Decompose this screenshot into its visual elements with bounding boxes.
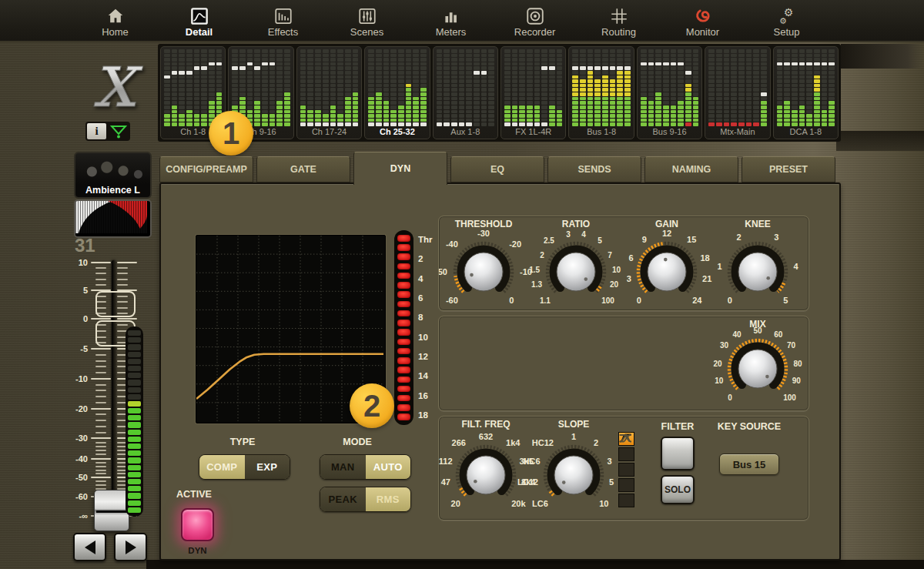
nav-item-meters[interactable]: Meters	[409, 3, 493, 38]
nav-item-effects[interactable]: Effects	[241, 3, 325, 38]
man-auto-toggle[interactable]: MANAUTO	[320, 454, 411, 480]
gain-knob[interactable]	[641, 245, 691, 300]
knee-knob[interactable]	[732, 245, 782, 300]
mix-knob[interactable]	[732, 342, 782, 397]
meter-segment	[466, 54, 472, 58]
meter-segment	[738, 71, 745, 75]
meter-segment	[406, 92, 412, 96]
nav-item-home[interactable]: Home	[73, 3, 157, 38]
meter-segment	[655, 75, 661, 79]
meter-segment	[512, 79, 518, 83]
meter-segment	[594, 71, 601, 75]
channel-thumbnail[interactable]: Ambience L	[74, 152, 152, 199]
meter-group-dca-1-8[interactable]: DCA 1-8	[773, 46, 839, 139]
tab-config-preamp[interactable]: CONFIG/PREAMP	[159, 156, 253, 182]
meter-segment	[209, 92, 215, 96]
meter-segment	[209, 84, 215, 88]
nav-item-detail[interactable]: Detail	[157, 3, 241, 38]
tab-naming[interactable]: NAMING	[644, 156, 738, 182]
meter-segment	[671, 49, 677, 53]
meter-segment	[179, 119, 185, 122]
meter-segment	[216, 101, 223, 105]
meter-segment	[534, 49, 541, 53]
threshold-knob[interactable]	[458, 245, 507, 300]
meter-segment	[262, 66, 268, 70]
meter-segment	[307, 49, 313, 53]
slope-knob[interactable]	[548, 448, 598, 504]
level-segment	[128, 493, 141, 498]
solo-button[interactable]: SOLO	[661, 475, 695, 504]
high-cut-icon	[618, 463, 634, 477]
detector-option-peak[interactable]: PEAK	[320, 487, 366, 511]
next-channel-button[interactable]	[114, 533, 147, 561]
meter-segment	[624, 84, 631, 88]
meter-segment	[406, 75, 412, 79]
fader-tick-minor	[95, 360, 106, 362]
meter-segment	[345, 84, 351, 88]
meter-segment	[731, 75, 737, 79]
meter-segment	[209, 75, 215, 79]
meter-column	[481, 49, 487, 126]
meter-group-aux-1-8[interactable]: Aux 1-8	[433, 46, 498, 139]
meter-segment	[390, 84, 397, 88]
key-source-label: KEY SOURCE	[711, 421, 788, 432]
meter-segment	[534, 88, 541, 92]
meter-group-ch-17-24[interactable]: Ch 17-24	[296, 46, 362, 139]
meter-segment	[276, 79, 283, 83]
mode-option-auto[interactable]: AUTO	[366, 455, 411, 479]
tab-eq[interactable]: EQ	[450, 156, 544, 182]
ratio-knob[interactable]	[551, 245, 600, 300]
fader-cap[interactable]	[94, 490, 129, 531]
meter-segment	[806, 114, 812, 118]
nav-item-recorder[interactable]: Recorder	[493, 3, 577, 38]
meter-segment	[671, 66, 677, 70]
filter-button[interactable]	[661, 437, 695, 470]
meter-segment	[648, 88, 654, 92]
meter-segment	[307, 101, 313, 105]
meter-segment	[799, 71, 805, 75]
meter-segment	[307, 84, 313, 88]
red-led	[397, 413, 410, 420]
meter-segment	[588, 84, 594, 88]
meter-segment	[610, 88, 616, 92]
comp-exp-toggle[interactable]: COMPEXP	[199, 454, 290, 480]
peak-rms-toggle[interactable]: PEAKRMS	[320, 487, 411, 512]
meter-segment	[685, 49, 691, 53]
meter-group-mtx-main[interactable]: Mtx-Main	[705, 46, 770, 139]
meter-segment	[610, 101, 616, 105]
tab-sends[interactable]: SENDS	[547, 156, 641, 182]
meter-segment	[201, 110, 207, 114]
detector-option-rms[interactable]: RMS	[366, 487, 411, 511]
tab-preset[interactable]: PRESET	[742, 156, 835, 182]
tab-gate[interactable]: GATE	[256, 156, 350, 182]
meter-segment	[671, 105, 677, 109]
filtfreq-knob[interactable]	[460, 448, 510, 504]
meter-group-fx-1l-4r[interactable]: FX 1L-4R	[500, 46, 566, 139]
type-option-exp[interactable]: EXP	[245, 455, 290, 479]
meter-group-bus-1-8[interactable]: Bus 1-8	[568, 46, 634, 139]
meter-group-ch-25-32[interactable]: Ch 25-32	[364, 46, 430, 139]
meter-segment	[822, 110, 828, 114]
prev-channel-button[interactable]	[73, 533, 106, 561]
nav-item-scenes[interactable]: Scenes	[325, 3, 409, 38]
callout-badge-2: 2	[350, 383, 394, 428]
meter-segment	[648, 66, 654, 70]
meter-segment	[655, 66, 661, 70]
meter-segment	[247, 88, 253, 92]
info-button[interactable]: i	[87, 123, 106, 139]
dyn-active-button[interactable]	[181, 508, 214, 541]
meter-group-bus-9-16[interactable]: Bus 9-16	[637, 46, 702, 139]
info-bar[interactable]: i	[85, 122, 130, 141]
nav-item-setup[interactable]: ⚙⚙Setup	[745, 3, 829, 38]
key-source-value-button[interactable]: Bus 15	[719, 454, 779, 475]
meter-segment	[527, 97, 533, 101]
tab-dyn[interactable]: DYN	[353, 152, 447, 185]
nav-item-monitor[interactable]: Monitor	[661, 3, 745, 38]
meter-segment	[588, 54, 594, 58]
meter-segment	[164, 101, 170, 105]
meter-segment	[663, 58, 669, 62]
meter-segment	[527, 49, 533, 53]
mode-option-man[interactable]: MAN	[320, 455, 366, 479]
nav-item-routing[interactable]: Routing	[577, 3, 661, 38]
type-option-comp[interactable]: COMP	[199, 455, 245, 479]
